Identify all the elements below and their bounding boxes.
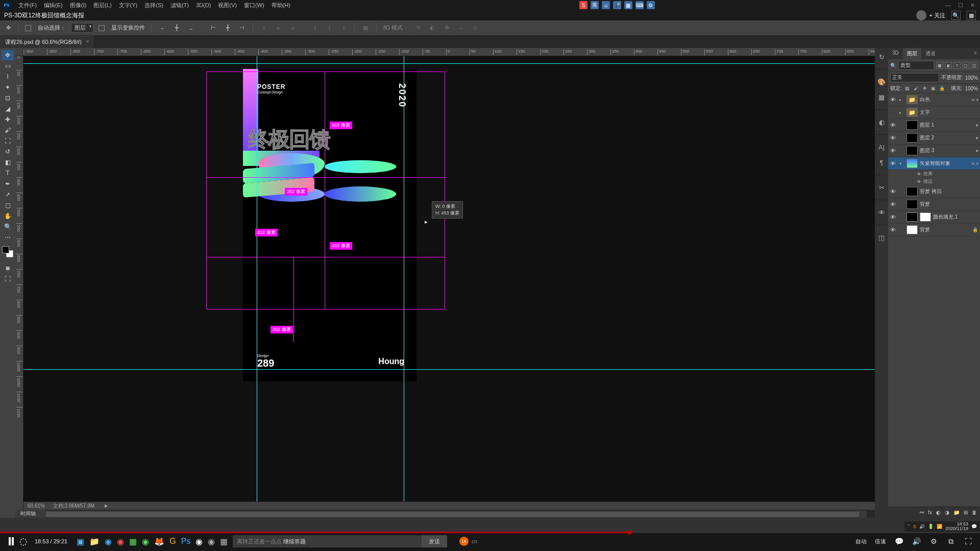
horizontal-ruler[interactable]: -900-850-800-750-700-650-600-550-500-450…: [23, 48, 875, 56]
avatar[interactable]: [916, 10, 926, 20]
ime-icon-4[interactable]: ⌨: [635, 1, 644, 9]
vertical-ruler[interactable]: 0501001502002503003504004505005506006507…: [15, 56, 23, 518]
search-icon[interactable]: 🔍: [951, 11, 961, 20]
layer-fx-icon[interactable]: fx: [928, 510, 932, 515]
ime-icon-2[interactable]: 🎤: [613, 1, 621, 9]
lasso-tool[interactable]: ⌇: [2, 71, 14, 82]
auto-select-checkbox[interactable]: [25, 25, 31, 31]
layers-list[interactable]: 👁 ▸ 📁 白色 fx ▾ ▸ 📁 文字 👁 图层 1 ▾ 👁: [888, 93, 980, 507]
move-tool[interactable]: ✥: [2, 50, 14, 60]
send-button[interactable]: 发送: [422, 535, 447, 547]
crop-tool[interactable]: ⊡: [2, 93, 14, 103]
lock-pixels-icon[interactable]: 🖌: [913, 85, 919, 91]
dock-paragraph-icon[interactable]: ¶: [877, 158, 886, 167]
workspace-icon[interactable]: ▦: [967, 11, 976, 20]
path-tool[interactable]: ↗: [2, 189, 14, 200]
lock-position-icon[interactable]: ✥: [922, 85, 928, 91]
taskbar-app-icon[interactable]: ◉: [208, 537, 215, 546]
screenmode-tool[interactable]: ⛶: [2, 274, 14, 284]
doc-size[interactable]: 文档:2.86M/57.8M: [53, 502, 94, 510]
healing-tool[interactable]: ✚: [2, 114, 14, 125]
pause-button[interactable]: [3, 533, 19, 549]
color-swatches[interactable]: [2, 246, 13, 257]
tab-layers[interactable]: 图层: [903, 48, 921, 59]
ime-sogou-icon[interactable]: S: [579, 1, 587, 9]
stamp-tool[interactable]: ⛶: [2, 136, 14, 146]
layer-thumbnail[interactable]: [906, 133, 918, 142]
layer-row[interactable]: 👁 图层 3 ▾: [888, 145, 980, 157]
fx-badge[interactable]: fx ▾: [972, 98, 978, 102]
canvas-area[interactable]: -900-850-800-750-700-650-600-550-500-450…: [15, 48, 875, 518]
filter-pixel-icon[interactable]: ▦: [936, 62, 943, 69]
layer-name[interactable]: 图层 3: [920, 147, 974, 154]
ime-icon-5[interactable]: ⚙: [647, 1, 655, 9]
video-progress-bar[interactable]: [0, 532, 980, 533]
taskbar-app-icon[interactable]: ◉: [117, 537, 124, 546]
layer-thumbnail[interactable]: [906, 187, 918, 196]
document-tab-close-icon[interactable]: ×: [86, 38, 89, 46]
expand-icon[interactable]: ▸: [899, 110, 904, 115]
tray-icon[interactable]: 🔋: [928, 524, 934, 529]
canvas-background[interactable]: POSTER Concept Design 2020 终极回馈 Design 2…: [23, 56, 875, 510]
distribute-1-icon[interactable]: ≡: [259, 23, 268, 33]
menu-filter[interactable]: 滤镜(T): [167, 2, 192, 9]
history-brush-tool[interactable]: ↺: [2, 147, 14, 157]
delete-layer-icon[interactable]: 🗑: [972, 510, 977, 515]
new-fill-icon[interactable]: ◑: [945, 510, 949, 515]
3d-roll-icon[interactable]: ◐: [428, 23, 437, 33]
layer-name[interactable]: 颜色填充 1: [933, 213, 978, 221]
tray-date[interactable]: 2020/11/19: [945, 526, 968, 531]
align-bottom-icon[interactable]: ⫠: [186, 23, 195, 33]
layer-row[interactable]: 👁 图层 1 ▾: [888, 119, 980, 132]
link-layers-icon[interactable]: ⚯: [920, 510, 924, 515]
tray-icon[interactable]: 🔊: [919, 524, 925, 529]
playback-speed-button[interactable]: 倍速: [875, 538, 886, 545]
lock-artboard-icon[interactable]: ▣: [930, 85, 937, 91]
menu-edit[interactable]: 编辑(E): [40, 2, 66, 9]
visibility-icon[interactable]: 👁: [890, 201, 897, 207]
dock-info-icon[interactable]: 👁: [877, 208, 886, 217]
layer-thumbnail[interactable]: [906, 159, 918, 168]
site-logo-icon[interactable]: Ui: [459, 537, 469, 546]
layer-row[interactable]: 👁 背景 拷贝: [888, 185, 980, 198]
tab-channels[interactable]: 通道: [921, 48, 940, 59]
menu-file[interactable]: 文件(F): [15, 2, 40, 9]
fg-color-swatch[interactable]: [2, 246, 9, 253]
chevron-down-icon[interactable]: ▾: [976, 136, 978, 140]
layer-row[interactable]: 👁 ▸ 📁 白色 fx ▾: [888, 93, 980, 106]
menu-view[interactable]: 视图(V): [214, 2, 240, 9]
filter-adjust-icon[interactable]: ◐: [945, 62, 952, 69]
chevron-down-icon[interactable]: ▾: [976, 123, 978, 128]
3d-pan-icon[interactable]: ✥: [442, 23, 451, 33]
effects-header[interactable]: 👁 效果: [888, 170, 980, 178]
layer-name[interactable]: 文字: [920, 109, 978, 116]
minimize-icon[interactable]: —: [945, 2, 951, 9]
distribute-2-icon[interactable]: ≡: [274, 23, 283, 33]
effect-stroke[interactable]: 👁 描边: [888, 178, 980, 185]
marquee-tool[interactable]: ▭: [2, 61, 14, 71]
more-tools[interactable]: ⋯: [2, 232, 14, 243]
layer-thumbnail[interactable]: [906, 200, 918, 209]
auto-quality-button[interactable]: 自动: [855, 538, 867, 545]
expand-icon[interactable]: ▾: [899, 161, 904, 166]
visibility-icon[interactable]: 👁: [890, 135, 897, 141]
layer-row[interactable]: 👁 背景 🔒: [888, 224, 980, 236]
zoom-tool[interactable]: 🔍: [2, 222, 14, 232]
dock-adjustments-icon[interactable]: ◐: [877, 117, 886, 127]
timeline-tab[interactable]: 时间轴: [15, 510, 46, 518]
taskbar-app-icon[interactable]: ◉: [142, 537, 149, 546]
h-scrollbar[interactable]: [23, 511, 867, 518]
visibility-icon[interactable]: 👁: [917, 172, 921, 177]
chat-input[interactable]: 离转正还差一点点 继续答题 发送: [233, 535, 447, 547]
layer-thumbnail[interactable]: [906, 121, 918, 130]
taskbar-app-icon[interactable]: ◉: [105, 537, 112, 546]
expand-icon[interactable]: ▸: [899, 98, 904, 102]
taskbar-app-icon[interactable]: ◉: [195, 537, 203, 546]
progress-knob[interactable]: [627, 530, 632, 535]
text-tool[interactable]: T: [2, 168, 14, 178]
dock-history-icon[interactable]: ↻: [877, 52, 886, 61]
layer-name[interactable]: 白色: [920, 96, 970, 103]
taskbar-app-icon[interactable]: Ps: [181, 537, 191, 546]
fullscreen-icon[interactable]: ⛶: [964, 537, 973, 546]
layer-thumbnail[interactable]: [906, 146, 918, 155]
